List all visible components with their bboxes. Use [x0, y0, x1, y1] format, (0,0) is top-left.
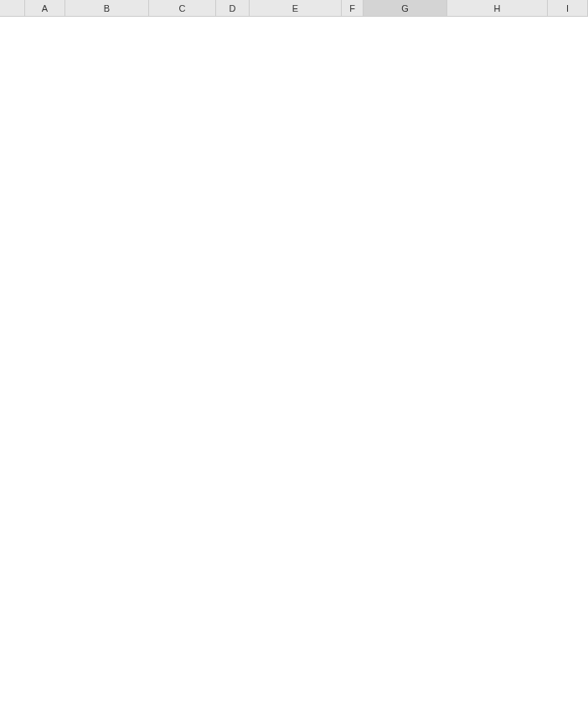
col-header-I[interactable]: I: [548, 0, 588, 16]
select-all[interactable]: [0, 0, 25, 16]
col-header-G[interactable]: G: [364, 0, 447, 16]
col-header-H[interactable]: H: [447, 0, 548, 16]
col-header-E[interactable]: E: [250, 0, 342, 16]
col-header-B[interactable]: B: [65, 0, 149, 16]
col-header-C[interactable]: C: [149, 0, 216, 16]
col-header-D[interactable]: D: [216, 0, 250, 16]
col-header-F[interactable]: F: [342, 0, 364, 16]
spreadsheet-grid: ABCDEFGHI 123456789101112131415161718192…: [0, 0, 588, 17]
column-headers: ABCDEFGHI: [0, 0, 588, 17]
col-header-A[interactable]: A: [25, 0, 65, 16]
